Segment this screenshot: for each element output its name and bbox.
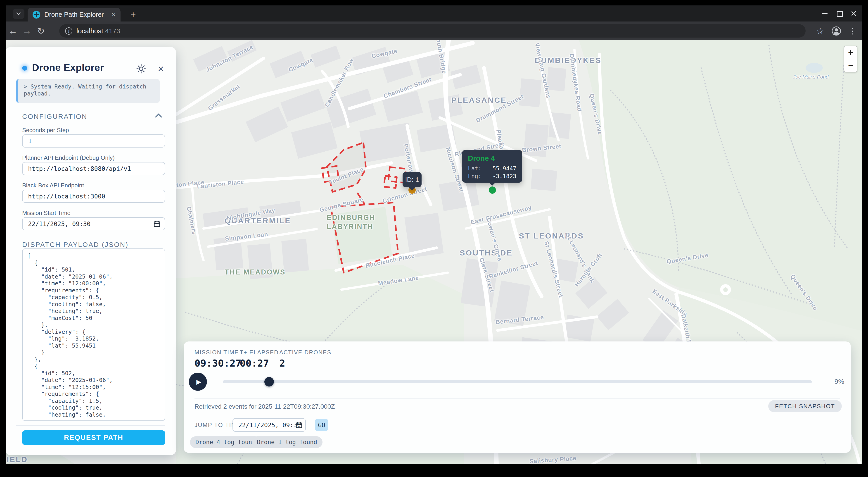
tab-drone-path-explorer[interactable]: Drone Path Explorer × [28,8,121,22]
go-button[interactable]: GO [315,419,329,431]
chevron-down-icon [16,12,21,16]
browser-window: Drone Path Explorer × + ← → ↻ i localhos… [6,5,862,464]
play-button[interactable]: ▶ [189,373,207,391]
drone-4-popup: Drone 4 Lat:55.9447 Lng:-3.1823 [462,150,522,183]
payload-heading: DISPATCH PAYLOAD (JSON) [22,241,128,248]
calendar-icon[interactable] [154,220,160,227]
divider [16,425,165,426]
menu-dots-icon[interactable]: ⋮ [848,26,857,36]
tab-search-button[interactable] [13,9,24,19]
maximize-icon[interactable] [835,10,843,18]
map-label: Joe Muir's Pond [793,74,829,80]
map-label: EDINBURGH [327,214,375,222]
progress-percent: 9% [835,378,844,385]
drone-4-log-chip: Drone 4 log found [190,436,261,448]
tab-close-icon[interactable]: × [112,11,116,18]
collapse-chevron-icon[interactable] [155,113,162,120]
jump-to-time-input[interactable] [232,418,306,432]
bookmark-star-icon[interactable]: ☆ [816,26,824,36]
map-zoom-control: + − [844,46,857,72]
forward-icon[interactable]: → [20,26,34,36]
map[interactable]: PLEASANCEDUMBIEDYKESQUARTERMILESOUTHSIDE… [6,40,862,464]
mission-time-label: MISSION TIME [194,349,241,356]
request-path-button[interactable]: REQUEST PATH [22,430,165,445]
lng-label: Lng: [468,172,482,180]
new-tab-button[interactable]: + [128,9,138,20]
url-text: localhost:4173 [76,27,120,35]
map-label: PLEASANCE [451,96,507,105]
mission-start-label: Mission Start Time [22,210,70,216]
planner-endpoint-label: Planner API Endpoint (Debug Only) [22,154,115,161]
status-dot [22,66,27,70]
active-drones-label: ACTIVE DRONES [279,349,331,356]
map-label: THE MEADOWS [225,268,286,276]
fetch-snapshot-button[interactable]: FETCH SNAPSHOT [768,400,842,412]
drone-explorer-panel: Drone Explorer × [6,47,176,455]
timeline-panel: MISSION TIME 09:30:27 T+ ELAPSED 00:27 A… [184,341,851,453]
active-drones-value: 2 [279,358,331,369]
dispatch-payload-textarea[interactable]: [ { "id": 501, "date": "2025-01-06", "ti… [22,248,165,421]
seconds-per-step-input[interactable] [22,135,165,148]
elapsed-label: T+ ELAPSED [240,349,279,356]
timeline-slider-track[interactable] [223,380,812,383]
mission-start-input[interactable] [22,217,165,230]
map-label: LABYRINTH [327,223,373,231]
site-info-icon[interactable]: i [65,27,72,35]
browser-toolbar: ← → ↻ i localhost:4173 ☆ ⋮ [6,22,862,40]
zoom-in-button[interactable]: + [844,46,857,59]
drone-1-log-chip: Drone 1 log found [251,436,322,448]
calendar-icon[interactable] [296,422,302,428]
seconds-per-step-label: Seconds per Step [22,127,69,134]
tab-title: Drone Path Explorer [44,11,107,18]
configuration-heading: CONFIGURATION [22,113,87,120]
panel-close-icon[interactable]: × [158,64,164,74]
retrieved-events-text: Retrieved 2 events for 2025-11-22T09:30:… [194,403,335,410]
panel-title: Drone Explorer [32,62,104,73]
zoom-out-button[interactable]: − [844,59,857,72]
theme-sun-icon[interactable] [136,64,146,74]
drone-4-name: Drone 4 [468,154,516,162]
map-label: ST LEONARDS [519,232,584,240]
window-close-icon[interactable] [850,10,858,18]
reload-icon[interactable]: ↻ [34,26,48,36]
mission-time-value: 09:30:27 [194,358,241,369]
map-label: SOUTHSIDE [460,248,513,257]
blackbox-endpoint-input[interactable] [22,190,165,203]
lat-value: 55.9447 [493,165,516,172]
drone-favicon-icon [33,11,40,19]
map-label: FIELD [6,455,28,464]
lng-value: -3.1823 [493,172,516,180]
play-icon: ▶ [196,378,201,386]
timeline-slider-thumb[interactable] [265,377,274,386]
planner-endpoint-input[interactable] [22,162,165,175]
blackbox-endpoint-label: Black Box API Endpoint [22,182,84,189]
system-status-message: > System Ready. Waiting for dispatch pay… [16,79,160,103]
drone-1-tooltip: ID: 1 [403,172,422,187]
elapsed-value: 00:27 [240,358,279,369]
back-icon[interactable]: ← [6,26,20,36]
url-bar[interactable]: i localhost:4173 [59,24,806,37]
drone-4-marker[interactable] [489,186,496,194]
profile-avatar-icon[interactable] [832,27,841,35]
page-content: PLEASANCEDUMBIEDYKESQUARTERMILESOUTHSIDE… [6,40,862,464]
tab-strip: Drone Path Explorer × + [6,5,862,22]
divider [194,398,840,399]
lat-label: Lat: [468,165,482,172]
minimize-icon[interactable] [821,10,829,18]
